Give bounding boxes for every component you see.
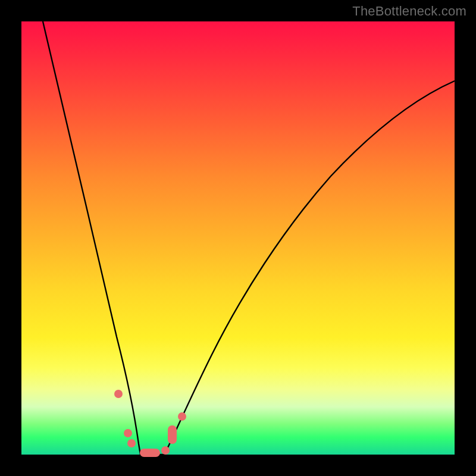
marker-dot [114,390,123,398]
marker-dot [161,446,170,455]
chart-stage: TheBottleneck.com [0,0,476,476]
curve-right-branch [164,81,455,455]
marker-pill [140,449,160,457]
curve-markers [114,390,186,457]
marker-dot [127,439,136,447]
chart-svg [21,21,455,455]
marker-dot [178,412,186,421]
curve-left-branch [43,21,140,455]
marker-pill [168,425,177,444]
bottleneck-curve [43,21,455,455]
watermark-text: TheBottleneck.com [352,4,466,19]
marker-dot [124,429,132,437]
